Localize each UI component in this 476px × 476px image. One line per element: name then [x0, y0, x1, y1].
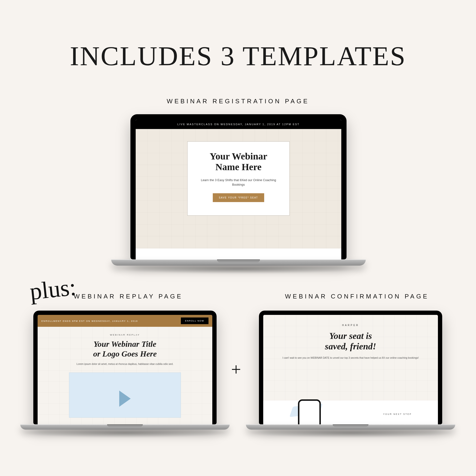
confirmation-next-step: YOUR NEXT STEP — [383, 413, 412, 415]
enroll-now-button[interactable]: ENROLL NOW — [181, 318, 208, 324]
plus-script-word: plus: — [29, 273, 77, 305]
replay-title: Your Webinar Title or Logo Goes Here — [52, 340, 198, 359]
label-replay: WEBINAR REPLAY PAGE — [74, 293, 217, 300]
replay-subtitle: Lorem ipsum dolor sit amet, metus at rho… — [52, 362, 198, 366]
play-icon — [119, 391, 131, 407]
registration-title: Your Webinar Name Here — [196, 151, 281, 172]
replay-eyebrow: WEBINAR REPLAY — [52, 333, 198, 336]
label-registration: WEBINAR REGISTRATION PAGE — [0, 98, 476, 105]
laptop-confirmation: HARPER Your seat is saved, friend! I can… — [259, 311, 442, 430]
laptop-registration: LIVE MASTERCLASS ON WEDNESDAY, JANUARY 1… — [130, 114, 346, 266]
confirmation-eyebrow: HARPER — [282, 324, 419, 326]
registration-banner: LIVE MASTERCLASS ON WEDNESDAY, JANUARY 1… — [136, 119, 341, 129]
confirmation-subtitle: I cant' wait to see you on WEBINAR DATE … — [282, 356, 419, 360]
save-seat-button[interactable]: SAVE YOUR *FREE* SEAT — [213, 193, 264, 202]
laptop-replay: ENROLLMENT ENDS 9PM EST ON WEDNESDAY, JA… — [33, 311, 217, 430]
plus-icon: + — [231, 359, 241, 380]
phone-graphic-icon — [292, 404, 327, 421]
replay-video-placeholder[interactable] — [69, 373, 181, 418]
page-headline: INCLUDES 3 TEMPLATES — [0, 40, 476, 72]
registration-card: Your Webinar Name Here Learn the 3 Easy … — [187, 141, 290, 216]
replay-banner: ENROLLMENT ENDS 9PM EST ON WEDNESDAY, JA… — [41, 320, 138, 322]
registration-subtitle: Learn the 3 Easy Shifts that 8Xed our On… — [196, 178, 281, 187]
label-confirmation: WEBINAR CONFIRMATION PAGE — [259, 293, 455, 300]
confirmation-title: Your seat is saved, friend! — [282, 331, 419, 352]
